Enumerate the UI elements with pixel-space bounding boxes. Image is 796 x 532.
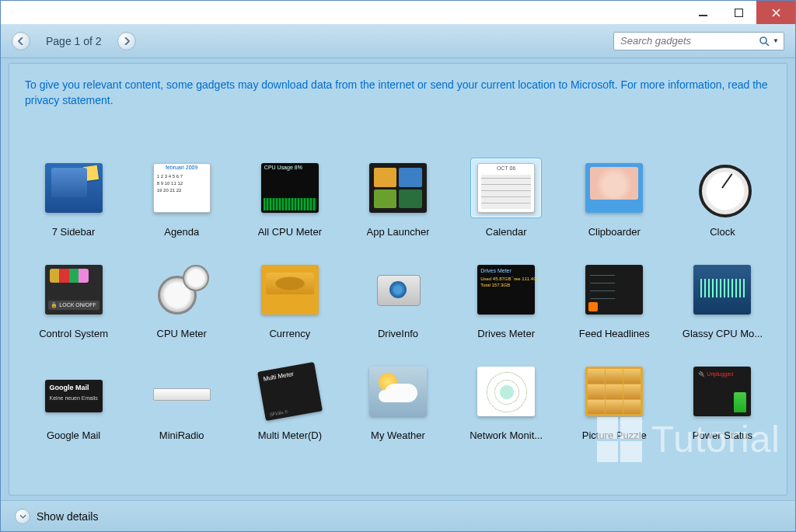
gadget-item-agenda[interactable]: Agenda xyxy=(131,158,232,238)
agenda-icon xyxy=(153,163,211,213)
toolbar: Page 1 of 2 ▼ xyxy=(1,24,795,58)
glassy-icon xyxy=(693,265,751,315)
gadget-icon xyxy=(578,158,650,218)
gadget-icon xyxy=(578,259,650,320)
currency-icon xyxy=(261,265,319,315)
titlebar xyxy=(1,1,795,24)
close-icon xyxy=(772,9,780,17)
gadget-icon xyxy=(254,158,326,218)
gadget-item-launcher[interactable]: App Launcher xyxy=(347,158,448,238)
gadget-icon xyxy=(38,361,110,422)
footer: Show details xyxy=(1,500,795,531)
gadget-label: App Launcher xyxy=(367,226,430,238)
gadget-icon xyxy=(146,259,218,320)
privacy-notice[interactable]: To give you relevant content, some gadge… xyxy=(20,78,776,114)
gadget-label: 7 Sidebar xyxy=(52,226,96,238)
gadget-icon xyxy=(470,259,542,320)
gadget-label: Network Monit... xyxy=(470,429,543,441)
gadget-item-weather[interactable]: My Weather xyxy=(347,361,448,441)
prev-page-button[interactable] xyxy=(12,32,30,50)
power-icon xyxy=(693,367,751,416)
gadget-item-glassy[interactable]: Glassy CPU Mo... xyxy=(672,259,773,339)
gadget-item-drives[interactable]: Drives Meter xyxy=(456,259,557,339)
gadget-icon xyxy=(362,259,434,320)
gadget-icon xyxy=(254,259,326,320)
gadget-item-clipboard[interactable]: Clipboarder xyxy=(564,158,665,238)
gmail-icon xyxy=(45,380,103,412)
gadget-icon xyxy=(146,158,218,218)
drives-icon xyxy=(477,265,535,315)
gadget-item-radio[interactable]: MiniRadio xyxy=(131,361,232,441)
gadget-label: Power Status xyxy=(693,429,752,441)
page-indicator: Page 1 of 2 xyxy=(37,35,111,47)
gadget-label: Clock xyxy=(710,226,735,238)
gadget-icon xyxy=(38,259,110,320)
gadget-item-cpumeter[interactable]: All CPU Meter xyxy=(239,158,340,238)
gadget-label: CPU Meter xyxy=(157,328,207,339)
chevron-down-icon xyxy=(19,514,26,519)
svg-rect-1 xyxy=(735,9,742,16)
search-icon[interactable] xyxy=(759,36,770,47)
gadget-icon xyxy=(686,259,758,320)
gadget-item-feed[interactable]: Feed Headlines xyxy=(564,259,665,339)
minimize-icon xyxy=(699,9,707,17)
gadget-icon xyxy=(578,361,650,422)
gadget-item-currency[interactable]: Currency xyxy=(239,259,340,339)
drive-icon xyxy=(369,265,427,315)
gadget-item-puzzle[interactable]: Picture Puzzle xyxy=(564,361,665,441)
gadget-item-calendar[interactable]: Calendar xyxy=(456,158,557,238)
calendar-icon xyxy=(477,163,535,213)
gadget-item-sidebar[interactable]: 7 Sidebar xyxy=(23,158,124,238)
gadget-label: Google Mail xyxy=(47,429,100,441)
close-button[interactable] xyxy=(756,1,795,24)
gadget-item-drive[interactable]: DriveInfo xyxy=(347,259,448,339)
search-box[interactable]: ▼ xyxy=(613,32,784,50)
gadget-item-control[interactable]: Control System xyxy=(23,259,124,339)
chevron-right-icon xyxy=(124,37,130,45)
show-details-toggle[interactable] xyxy=(15,509,30,524)
gadget-icon xyxy=(686,158,758,218)
gadget-label: All CPU Meter xyxy=(258,226,322,238)
gadget-item-clock[interactable]: Clock xyxy=(672,158,773,238)
show-details-label[interactable]: Show details xyxy=(37,510,98,523)
gadget-icon xyxy=(470,361,542,422)
content-area: To give you relevant content, some gadge… xyxy=(9,63,787,495)
cpumeter-icon xyxy=(261,163,319,213)
chevron-left-icon xyxy=(18,37,24,45)
multimeter-icon xyxy=(257,362,323,421)
gadget-label: Picture Puzzle xyxy=(582,429,647,441)
gadget-label: Control System xyxy=(39,328,108,339)
gadget-label: DriveInfo xyxy=(378,328,418,339)
gadget-label: Drives Meter xyxy=(477,328,535,339)
minimize-button[interactable] xyxy=(685,1,721,24)
svg-point-2 xyxy=(760,37,766,43)
search-input[interactable] xyxy=(620,35,759,47)
gadget-item-cpu2[interactable]: CPU Meter xyxy=(131,259,232,339)
puzzle-icon xyxy=(585,367,643,416)
gadget-label: Feed Headlines xyxy=(579,328,650,339)
gadget-item-multimeter[interactable]: Multi Meter(D) xyxy=(239,361,340,441)
radio-icon xyxy=(153,367,211,416)
gadget-grid: 7 SidebarAgendaAll CPU MeterApp Launcher… xyxy=(20,158,776,441)
gadget-icon xyxy=(362,158,434,218)
gadget-item-gmail[interactable]: Google Mail xyxy=(23,361,124,441)
gadget-label: MiniRadio xyxy=(159,429,204,441)
gadget-icon xyxy=(38,158,110,218)
feed-icon xyxy=(585,265,643,315)
maximize-icon xyxy=(735,9,743,17)
gadget-item-power[interactable]: Power Status xyxy=(672,361,773,441)
weather-icon xyxy=(369,367,427,416)
gadget-label: Clipboarder xyxy=(588,226,641,238)
gadget-item-network[interactable]: Network Monit... xyxy=(456,361,557,441)
gadget-icon xyxy=(686,361,758,422)
launcher-icon xyxy=(369,163,427,213)
maximize-button[interactable] xyxy=(721,1,756,24)
gadget-label: Calendar xyxy=(486,226,527,238)
gadget-label: Agenda xyxy=(164,226,199,238)
next-page-button[interactable] xyxy=(117,32,136,50)
search-options-dropdown[interactable]: ▼ xyxy=(770,37,780,44)
gadget-gallery-window: Page 1 of 2 ▼ To give you relevant conte… xyxy=(0,0,796,532)
gadget-icon xyxy=(146,361,218,422)
gadget-label: Glassy CPU Mo... xyxy=(683,328,763,339)
gadget-icon xyxy=(470,158,542,218)
